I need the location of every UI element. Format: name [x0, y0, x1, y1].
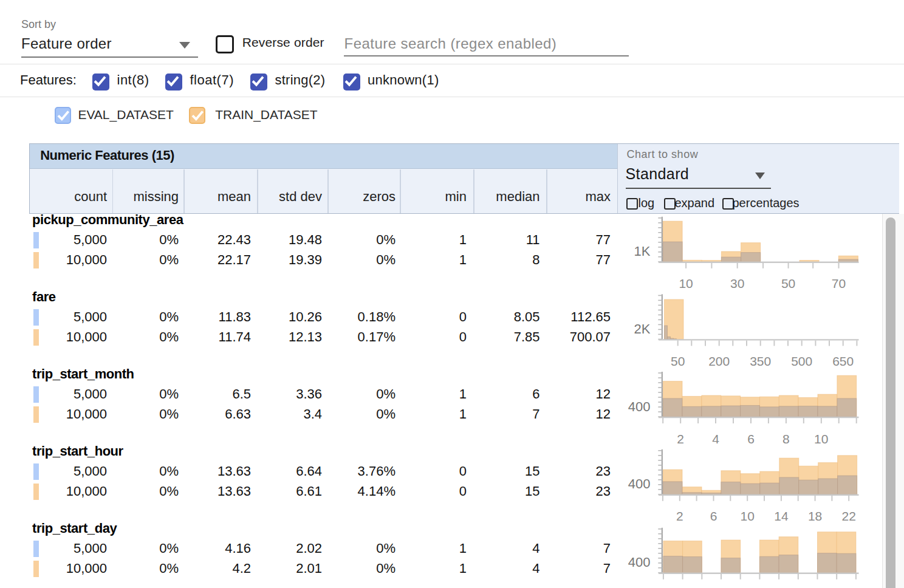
svg-text:8: 8 [782, 432, 790, 446]
svg-text:10: 10 [814, 432, 828, 446]
svg-text:350: 350 [750, 354, 771, 368]
svg-text:6: 6 [710, 509, 717, 523]
svg-text:400: 400 [628, 476, 651, 491]
svg-text:70: 70 [832, 276, 846, 290]
svg-text:10: 10 [741, 509, 755, 523]
svg-text:650: 650 [832, 354, 854, 368]
svg-text:30: 30 [730, 276, 744, 290]
svg-text:400: 400 [628, 399, 651, 414]
svg-text:50: 50 [671, 354, 685, 368]
svg-text:6: 6 [747, 432, 755, 446]
svg-text:2: 2 [677, 432, 684, 446]
svg-text:400: 400 [628, 555, 651, 570]
svg-text:2K: 2K [634, 321, 651, 337]
svg-text:4: 4 [712, 432, 719, 446]
svg-text:50: 50 [781, 276, 795, 290]
svg-text:22: 22 [842, 509, 856, 523]
svg-text:1K: 1K [634, 244, 651, 259]
svg-text:200: 200 [708, 354, 730, 368]
svg-text:14: 14 [774, 509, 789, 523]
svg-text:18: 18 [808, 509, 822, 523]
svg-text:10: 10 [679, 276, 693, 290]
svg-text:500: 500 [791, 354, 812, 368]
svg-text:2: 2 [676, 509, 683, 523]
